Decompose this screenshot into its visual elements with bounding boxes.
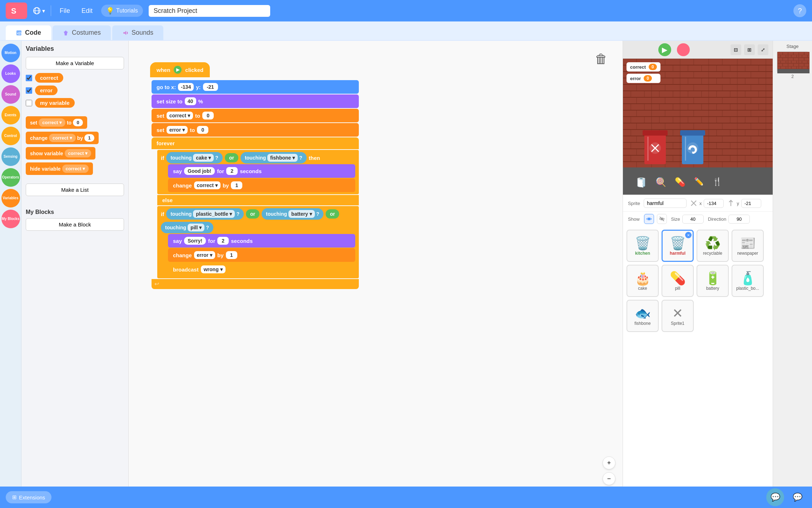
touching-plastic[interactable]: touching plastic_bottle ▾ ? [166,208,244,220]
green-flag-button[interactable]: ▶ [658,43,671,56]
right-panel: ▶ ⊟ ⊞ ⤢ [623,41,773,508]
category-control[interactable]: Control [1,127,20,145]
block-set-correct[interactable]: set correct ▾ to 0 [26,116,87,129]
show-label: Show [628,216,640,222]
elseif-body: say Sorry! for 2 seconds change error ▾ … [168,234,355,276]
make-variable-button[interactable]: Make a Variable [26,57,124,69]
block-row-set-correct: set correct ▾ to 0 [26,116,124,129]
sprite-name-input[interactable] [644,199,687,208]
hat-block[interactable]: when ▶ clicked [150,62,210,77]
chat-button[interactable]: 💬 [766,488,784,506]
block-row-show-correct: show variable correct ▾ [26,147,124,160]
touching-fishbone[interactable]: touching fishbone ▾ ? [241,152,307,163]
variable-pill-error[interactable]: error [35,86,58,95]
size-field: Size [671,215,704,224]
zoom-in-button[interactable]: + [603,456,615,469]
feedback-button[interactable]: 💬 [788,488,806,506]
category-variables[interactable]: Variables [1,189,20,207]
sprite-battery[interactable]: 🔋 battery [697,265,729,297]
category-operators[interactable]: Operators [1,168,20,187]
touching-battery[interactable]: touching battery ▾ ? [262,208,323,220]
set-error-block[interactable]: set error ▾ to 0 [152,123,359,137]
goto-block[interactable]: go to x: -134 y: -21 [152,80,359,94]
change-correct[interactable]: change correct ▾ by 1 [168,179,355,192]
say-good-job[interactable]: say Good job! for 2 seconds [168,164,355,178]
sprite-newspaper[interactable]: 📰 newspaper [732,230,764,262]
sprite-kitchen[interactable]: 🗑️ kitchen [627,230,659,262]
category-myblocks[interactable]: My Blocks [1,210,20,228]
sprite-fishbone[interactable]: 🐟 fishbone [627,300,659,332]
edit-menu[interactable]: Edit [79,6,95,16]
sprite-pill[interactable]: 💊 pill [662,265,694,297]
extensions-button[interactable]: ⊞ Extensions [6,491,51,503]
change-error[interactable]: change error ▾ by 1 [168,248,355,262]
say-sorry[interactable]: say Sorry! for 2 seconds [168,234,355,248]
stage-backdrop-thumb[interactable] [777,51,809,73]
or-operator-1: or [225,153,238,162]
touching-cake[interactable]: touching cake ▾ ? [166,152,223,163]
block-show-correct[interactable]: show variable correct ▾ [26,147,95,160]
file-menu[interactable]: File [57,6,73,16]
stage-item-fork: 🍴 [712,177,722,188]
svg-rect-20 [643,130,668,136]
make-list-button[interactable]: Make a List [26,184,124,196]
stage-item-roll: 🧻 [635,177,647,188]
stage-small-view[interactable]: ⊟ [731,44,741,55]
tab-code[interactable]: </> Code [6,25,51,40]
sprite-harmful[interactable]: ✕ 🗑️ harmful [662,230,694,262]
variable-checkbox-myvariable[interactable] [26,100,32,106]
variable-pill-correct[interactable]: correct [35,73,63,83]
sprite-cake[interactable]: 🎂 cake [627,265,659,297]
globe-button[interactable]: ▾ [33,7,45,15]
set-correct-block[interactable]: set correct ▾ to 0 [152,109,359,122]
show-toggle [644,214,667,224]
zoom-out-button[interactable]: − [603,472,615,485]
sprite-sprite1[interactable]: ✕ Sprite1 [662,300,694,332]
script-area[interactable]: 🗑 when ▶ clicked go to x: -134 y: -21 [129,41,623,508]
stage-normal-view[interactable]: ⊞ [744,44,755,55]
stage-item-bottle: 💊 [675,177,685,188]
direction-input[interactable] [728,215,750,224]
show-hidden-button[interactable] [657,214,667,224]
category-motion[interactable]: Motion [1,44,20,62]
help-button[interactable]: ? [793,4,806,17]
variable-pill-myvariable[interactable]: my variable [35,98,75,108]
direction-field: Direction [708,215,750,224]
tutorials-button[interactable]: 💡 Tutorials [101,5,143,17]
project-name-input[interactable] [149,5,270,17]
stage-items: 🧻 🍭 💊 ✏️ 🍴 [635,177,722,188]
stage-right-panel: Stage 2 [773,41,812,508]
make-block-button[interactable]: Make a Block [26,218,124,231]
stage-fullscreen-view[interactable]: ⤢ [758,44,768,55]
touching-pill[interactable]: touching pill ▾ ? [161,222,213,233]
sprite-y-input[interactable] [741,199,761,208]
sprite-plastic-bottle[interactable]: 🧴 plastic_bo... [732,265,764,297]
category-events[interactable]: Events [1,106,20,124]
set-size-block[interactable]: set size to 40 % [152,94,359,108]
stage-view-buttons: ⊟ ⊞ ⤢ [731,44,773,55]
if2-condition: if touching plastic_bottle ▾ ? or touchi… [161,208,355,233]
stage-variables: correct 0 error 0 [627,62,660,83]
stop-button[interactable] [677,43,690,56]
category-sensing[interactable]: Sensing [1,147,20,166]
size-input[interactable] [682,215,704,224]
sprite-recyclable[interactable]: ♻️ recyclable [697,230,729,262]
backdrops-count: 2 [791,74,794,79]
variable-checkbox-correct[interactable] [26,75,32,81]
sprite-x-coord: x [690,199,724,208]
scratch-logo: S [6,3,27,19]
category-looks[interactable]: Looks [1,64,20,83]
broadcast-wrong[interactable]: broadcast wrong ▾ [168,263,355,276]
panel-title: Variables [26,45,124,53]
sprite-delete-harmful[interactable]: ✕ [685,232,692,238]
tab-sounds[interactable]: Sounds [112,25,163,40]
top-nav: S ▾ File Edit 💡 Tutorials ? [0,0,812,21]
show-visible-button[interactable] [644,214,654,224]
tab-costumes[interactable]: Costumes [53,25,111,40]
sprite-x-input[interactable] [704,199,724,208]
block-hide-correct[interactable]: hide variable correct ▾ [26,162,93,175]
category-sound[interactable]: Sound [1,85,20,104]
forever-block[interactable]: forever [152,137,359,149]
block-change-correct[interactable]: change correct ▾ by 1 [26,132,99,144]
variable-checkbox-error[interactable] [26,87,32,94]
